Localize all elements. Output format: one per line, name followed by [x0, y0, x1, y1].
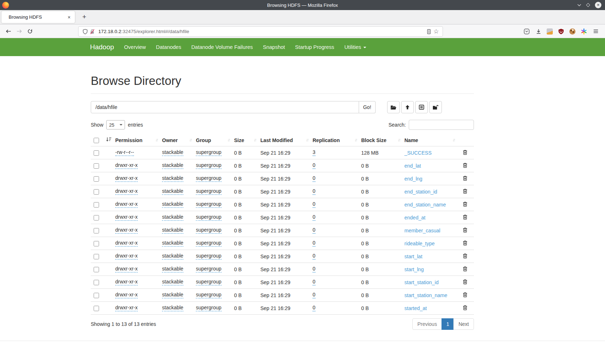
sort-column-header[interactable] [103, 134, 112, 146]
delete-button[interactable] [456, 224, 474, 237]
pocket-icon[interactable] [523, 28, 530, 35]
permission-value[interactable]: -rw-r--r-- [115, 149, 134, 156]
file-name-link[interactable]: end_station_name [404, 202, 446, 208]
group-value[interactable]: supergroup [196, 162, 221, 169]
owner-value[interactable]: stackable [162, 227, 183, 234]
delete-button[interactable] [456, 146, 474, 159]
permission-value[interactable]: drwxr-xr-x [115, 188, 138, 195]
insecure-lock-icon[interactable] [89, 28, 96, 35]
file-name-link[interactable]: start_lat [404, 254, 422, 259]
minimize-icon[interactable] [577, 4, 581, 6]
owner-value[interactable]: stackable [162, 175, 183, 182]
create-directory-button[interactable] [387, 101, 400, 113]
delete-button[interactable] [456, 276, 474, 289]
row-checkbox[interactable] [94, 215, 99, 220]
permission-value[interactable]: drwxr-xr-x [115, 201, 138, 208]
delete-button[interactable] [456, 198, 474, 211]
file-name-link[interactable]: ended_at [404, 215, 425, 220]
replication-value[interactable]: 0 [313, 227, 315, 234]
row-checkbox[interactable] [94, 150, 99, 156]
nav-item-startup-progress[interactable]: Startup Progress [290, 38, 339, 56]
next-page-button[interactable]: Next [453, 318, 474, 330]
row-checkbox[interactable] [94, 267, 99, 272]
page-size-select[interactable]: 25 [106, 120, 125, 129]
nav-item-overview[interactable]: Overview [119, 38, 151, 56]
select-all-checkbox[interactable] [94, 138, 99, 143]
row-checkbox[interactable] [94, 293, 99, 298]
ublock-extension-icon[interactable] [557, 28, 565, 35]
file-name-link[interactable]: start_station_name [404, 292, 447, 298]
owner-value[interactable]: stackable [162, 292, 183, 299]
permission-value[interactable]: drwxr-xr-x [115, 162, 138, 169]
header-size[interactable]: Size [231, 134, 257, 146]
cookie-extension-icon[interactable] [569, 28, 575, 35]
row-checkbox[interactable] [94, 254, 99, 259]
forward-button[interactable] [14, 26, 24, 36]
row-checkbox[interactable] [94, 202, 99, 208]
owner-value[interactable]: stackable [162, 214, 183, 221]
row-checkbox[interactable] [94, 306, 99, 311]
group-value[interactable]: supergroup [196, 201, 221, 208]
owner-value[interactable]: stackable [162, 188, 183, 195]
nav-item-datanode-volume-failures[interactable]: Datanode Volume Failures [186, 38, 258, 56]
asterisk-extension-icon[interactable] [580, 28, 587, 35]
replication-value[interactable]: 0 [313, 266, 315, 273]
row-checkbox[interactable] [94, 176, 99, 182]
file-name-link[interactable]: end_lat [404, 163, 421, 169]
delete-button[interactable] [456, 250, 474, 263]
delete-button[interactable] [456, 302, 474, 315]
clipboard-list-button[interactable] [415, 101, 428, 113]
replication-value[interactable]: 0 [313, 240, 315, 247]
row-checkbox[interactable] [94, 228, 99, 233]
permission-value[interactable]: drwxr-xr-x [115, 266, 138, 273]
group-value[interactable]: supergroup [196, 292, 221, 299]
group-value[interactable]: supergroup [196, 253, 221, 260]
group-value[interactable]: supergroup [196, 266, 221, 273]
header-block-size[interactable]: Block Size [358, 134, 402, 146]
url-bar[interactable]: 172.18.0.2:32475/explorer.html#/data/hfi… [78, 26, 443, 37]
owner-value[interactable]: stackable [162, 279, 183, 286]
owner-value[interactable]: stackable [162, 305, 183, 311]
delete-button[interactable] [456, 263, 474, 276]
previous-page-button[interactable]: Previous [412, 318, 442, 330]
row-checkbox[interactable] [94, 163, 99, 169]
header-last-modified[interactable]: Last Modified [257, 134, 310, 146]
tab-close-icon[interactable] [67, 14, 71, 20]
menu-icon[interactable] [592, 28, 599, 35]
delete-button[interactable] [456, 237, 474, 250]
go-button[interactable]: Go! [359, 101, 376, 113]
header-group[interactable]: Group [193, 134, 231, 146]
row-checkbox[interactable] [94, 189, 99, 195]
delete-button[interactable] [456, 211, 474, 224]
owner-value[interactable]: stackable [162, 162, 183, 169]
search-input[interactable] [409, 120, 474, 130]
group-value[interactable]: supergroup [196, 227, 221, 234]
directory-path-input[interactable] [91, 101, 359, 113]
replication-value[interactable]: 0 [313, 175, 315, 182]
replication-value[interactable]: 0 [313, 253, 315, 260]
row-checkbox[interactable] [94, 280, 99, 285]
file-name-link[interactable]: start_station_id [404, 279, 439, 285]
close-icon[interactable] [595, 2, 601, 8]
file-name-link[interactable]: started_at [404, 305, 427, 311]
group-value[interactable]: supergroup [196, 149, 221, 156]
permission-value[interactable]: drwxr-xr-x [115, 253, 138, 260]
maximize-icon[interactable] [586, 3, 590, 7]
permission-value[interactable]: drwxr-xr-x [115, 292, 138, 299]
header-permission[interactable]: Permission [112, 134, 159, 146]
permission-value[interactable]: drwxr-xr-x [115, 175, 138, 182]
reload-button[interactable] [24, 26, 35, 36]
bookmark-star-icon[interactable] [433, 28, 440, 35]
hadoop-brand[interactable]: Hadoop [90, 43, 114, 51]
delete-button[interactable] [456, 289, 474, 302]
browser-tab[interactable]: Browsing HDFS [1, 11, 75, 23]
replication-value[interactable]: 0 [313, 305, 315, 311]
header-owner[interactable]: Owner [159, 134, 193, 146]
header-replication[interactable]: Replication [310, 134, 358, 146]
replication-value[interactable]: 0 [313, 188, 315, 195]
back-button[interactable] [3, 26, 14, 36]
owner-value[interactable]: stackable [162, 266, 183, 273]
row-checkbox[interactable] [94, 241, 99, 246]
page-1-button[interactable]: 1 [442, 318, 454, 330]
file-name-link[interactable]: member_casual [404, 228, 440, 233]
